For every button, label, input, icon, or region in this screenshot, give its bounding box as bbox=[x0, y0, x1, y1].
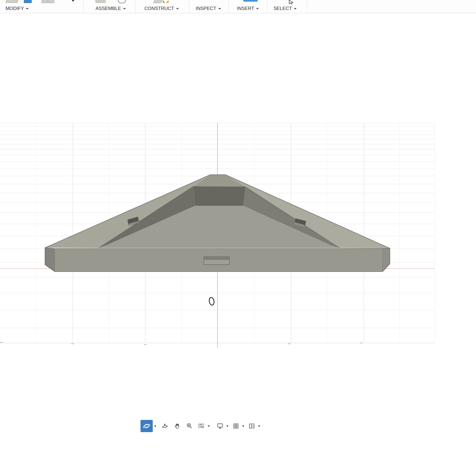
fusion-window: MODIFY ASSEMBLE CONSTRUCT INSPECT INSERT… bbox=[0, 0, 476, 476]
menu-assemble[interactable]: ASSEMBLE bbox=[96, 6, 126, 11]
menu-construct[interactable]: CONSTRUCT bbox=[144, 6, 179, 11]
pattern-icon[interactable] bbox=[48, 0, 54, 3]
model-body[interactable] bbox=[45, 175, 390, 272]
viewports-button[interactable] bbox=[247, 420, 257, 432]
menu-insert-label: INSERT bbox=[237, 6, 254, 11]
front-notch bbox=[204, 257, 229, 265]
construct-plane-orange-icon[interactable] bbox=[166, 0, 169, 3]
zoom-icon bbox=[186, 422, 193, 430]
navigation-bar bbox=[141, 420, 260, 432]
pan-icon bbox=[174, 422, 181, 430]
menu-assemble-label: ASSEMBLE bbox=[96, 6, 121, 11]
chevron-down-icon bbox=[26, 8, 29, 9]
viewports-icon bbox=[248, 422, 255, 430]
toolbar-separator bbox=[267, 0, 267, 13]
look-at-button[interactable] bbox=[160, 420, 170, 432]
toolbar-separator bbox=[307, 0, 307, 13]
insert-blue-bar-icon[interactable] bbox=[243, 0, 258, 2]
grid-snaps-icon bbox=[232, 422, 240, 430]
chevron-down-icon bbox=[294, 8, 297, 9]
zoom-button[interactable] bbox=[185, 420, 194, 432]
toolbar-separator bbox=[135, 0, 136, 13]
orbit-cursor-icon bbox=[209, 297, 215, 306]
chevron-down-icon bbox=[256, 8, 259, 9]
grid-snaps-button[interactable] bbox=[231, 420, 241, 432]
display-settings-button[interactable] bbox=[216, 420, 225, 432]
window-zoom-button[interactable] bbox=[197, 420, 206, 432]
display-settings-icon bbox=[217, 422, 224, 430]
menu-select-label: SELECT bbox=[274, 6, 292, 11]
menu-inspect[interactable]: INSPECT bbox=[196, 6, 221, 11]
chevron-down-icon bbox=[176, 8, 179, 9]
dropdown-caret-icon[interactable] bbox=[72, 0, 74, 2]
pattern-icon[interactable] bbox=[42, 0, 48, 3]
viewport-canvas[interactable] bbox=[0, 122, 476, 349]
menu-select[interactable]: SELECT bbox=[274, 6, 297, 11]
construct-plane-icon[interactable] bbox=[153, 0, 162, 3]
orbit-dropdown-caret[interactable] bbox=[154, 425, 156, 427]
look-at-icon bbox=[161, 422, 169, 430]
construct-plane-green-icon[interactable] bbox=[163, 0, 165, 3]
modify-icon[interactable] bbox=[6, 0, 18, 3]
menu-inspect-label: INSPECT bbox=[196, 6, 216, 11]
toolbar-separator bbox=[189, 0, 189, 13]
viewports-dropdown-caret[interactable] bbox=[258, 425, 260, 427]
assemble-icon[interactable] bbox=[96, 0, 106, 3]
window-zoom-icon bbox=[198, 422, 205, 430]
select-cursor-icon[interactable] bbox=[289, 0, 294, 4]
grid-snaps-dropdown-caret[interactable] bbox=[242, 425, 244, 427]
menu-insert[interactable]: INSERT bbox=[237, 6, 259, 11]
window-zoom-dropdown-caret[interactable] bbox=[208, 425, 210, 427]
toolbar-separator bbox=[228, 0, 229, 13]
toolbar-separator bbox=[83, 0, 84, 13]
ribbon-toolbar: MODIFY ASSEMBLE CONSTRUCT INSPECT INSERT… bbox=[0, 0, 476, 13]
chevron-down-icon bbox=[123, 8, 126, 9]
menu-modify-label: MODIFY bbox=[6, 6, 24, 11]
menu-construct-label: CONSTRUCT bbox=[144, 6, 174, 11]
orbit-icon bbox=[143, 422, 151, 430]
orbit-button[interactable] bbox=[141, 420, 153, 432]
display-settings-dropdown-caret[interactable] bbox=[226, 425, 229, 427]
menu-modify[interactable]: MODIFY bbox=[6, 6, 29, 11]
joint-arc-icon[interactable] bbox=[118, 0, 126, 3]
press-pull-icon[interactable] bbox=[24, 0, 32, 3]
chevron-down-icon bbox=[218, 8, 221, 9]
pan-button[interactable] bbox=[172, 420, 182, 432]
